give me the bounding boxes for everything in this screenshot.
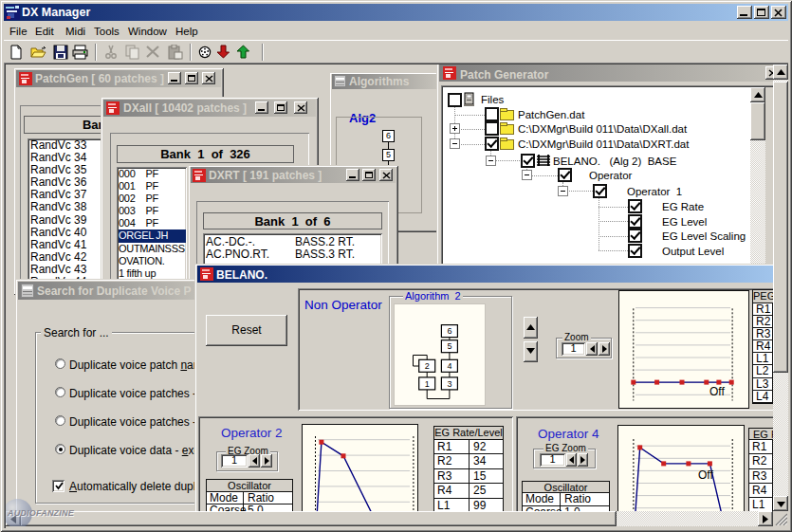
svg-text:3: 3	[447, 379, 451, 389]
svg-text:4: 4	[447, 361, 451, 371]
svg-text:Off: Off	[709, 385, 725, 398]
svg-text:6: 6	[447, 326, 451, 336]
svg-text:5: 5	[447, 341, 451, 351]
svg-text:Off: Off	[698, 468, 713, 482]
svg-text:2: 2	[425, 361, 430, 371]
svg-text:1: 1	[425, 379, 430, 389]
